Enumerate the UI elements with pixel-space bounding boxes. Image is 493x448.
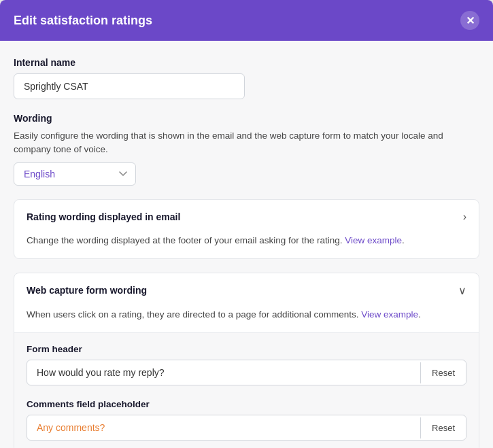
internal-name-group: Internal name <box>14 57 479 99</box>
form-header-label: Form header <box>27 344 466 354</box>
form-header-input-group: Reset <box>27 360 466 385</box>
close-button[interactable]: ✕ <box>460 11 479 30</box>
web-capture-chevron-icon: ∨ <box>458 284 466 297</box>
web-capture-expanded: Form header Reset Comments field placeho… <box>14 332 479 448</box>
modal-body: Internal name Wording Easily configure t… <box>0 41 493 448</box>
web-capture-view-example-link[interactable]: View example <box>361 309 418 320</box>
modal-header: Edit satisfaction ratings ✕ <box>0 0 493 41</box>
comments-field-group: Comments field placeholder Reset <box>27 399 466 441</box>
web-capture-description: When users click on a rating, they are d… <box>14 308 479 332</box>
form-header-reset-button[interactable]: Reset <box>420 362 466 383</box>
modal-title: Edit satisfaction ratings <box>14 14 152 28</box>
comments-field-label: Comments field placeholder <box>27 399 466 409</box>
comments-field-input[interactable] <box>27 415 420 440</box>
rating-section-header[interactable]: Rating wording displayed in email › <box>14 200 479 234</box>
rating-view-example-link[interactable]: View example <box>345 235 402 245</box>
web-capture-section: Web capture form wording ∨ When users cl… <box>14 273 479 448</box>
language-select[interactable]: English French Spanish German <box>14 162 136 186</box>
internal-name-label: Internal name <box>14 57 479 68</box>
rating-section-title: Rating wording displayed in email <box>27 211 180 222</box>
wording-section: Wording Easily configure the wording tha… <box>14 113 479 186</box>
rating-section-description: Change the wording displayed at the foot… <box>14 234 479 258</box>
wording-description: Easily configure the wording that is sho… <box>14 129 479 157</box>
form-header-input[interactable] <box>27 360 420 385</box>
comments-reset-button[interactable]: Reset <box>420 417 466 438</box>
wording-label: Wording <box>14 113 479 124</box>
internal-name-input[interactable] <box>14 73 245 99</box>
web-capture-title: Web capture form wording <box>27 285 147 296</box>
rating-chevron-icon: › <box>463 211 466 223</box>
form-header-group: Form header Reset <box>27 344 466 385</box>
rating-section: Rating wording displayed in email › Chan… <box>14 199 479 259</box>
web-capture-header[interactable]: Web capture form wording ∨ <box>14 273 479 308</box>
comments-input-group: Reset <box>27 415 466 441</box>
modal-container: Edit satisfaction ratings ✕ Internal nam… <box>0 0 493 448</box>
